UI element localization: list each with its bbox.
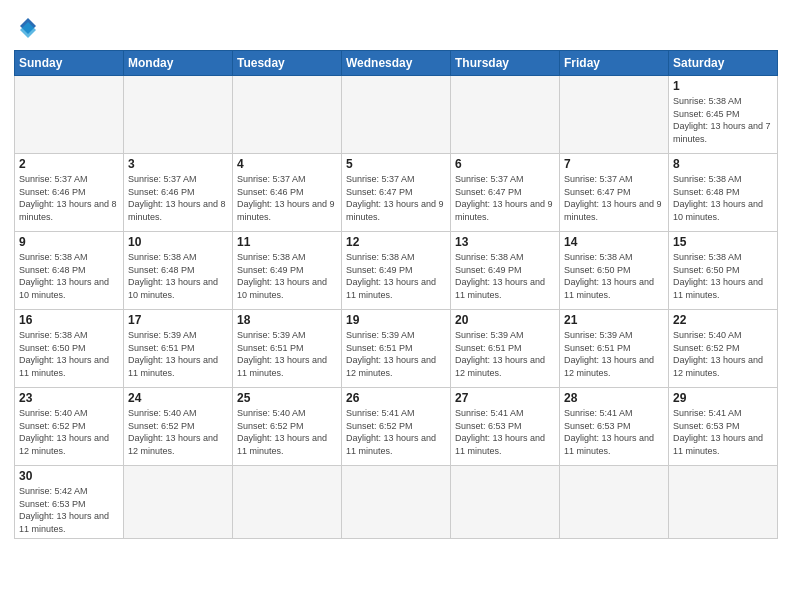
day-info: Sunrise: 5:38 AM Sunset: 6:48 PM Dayligh… [128,251,228,301]
calendar-cell: 3Sunrise: 5:37 AM Sunset: 6:46 PM Daylig… [124,154,233,232]
calendar-table: SundayMondayTuesdayWednesdayThursdayFrid… [14,50,778,539]
weekday-wednesday: Wednesday [342,51,451,76]
day-number: 5 [346,157,446,171]
calendar-cell: 18Sunrise: 5:39 AM Sunset: 6:51 PM Dayli… [233,310,342,388]
calendar-cell [233,466,342,539]
day-info: Sunrise: 5:38 AM Sunset: 6:49 PM Dayligh… [237,251,337,301]
day-info: Sunrise: 5:39 AM Sunset: 6:51 PM Dayligh… [455,329,555,379]
day-info: Sunrise: 5:38 AM Sunset: 6:45 PM Dayligh… [673,95,773,145]
calendar-cell: 29Sunrise: 5:41 AM Sunset: 6:53 PM Dayli… [669,388,778,466]
weekday-tuesday: Tuesday [233,51,342,76]
calendar-cell: 22Sunrise: 5:40 AM Sunset: 6:52 PM Dayli… [669,310,778,388]
day-info: Sunrise: 5:38 AM Sunset: 6:48 PM Dayligh… [19,251,119,301]
day-info: Sunrise: 5:39 AM Sunset: 6:51 PM Dayligh… [237,329,337,379]
calendar-cell: 2Sunrise: 5:37 AM Sunset: 6:46 PM Daylig… [15,154,124,232]
day-number: 4 [237,157,337,171]
day-info: Sunrise: 5:37 AM Sunset: 6:46 PM Dayligh… [237,173,337,223]
calendar-cell [15,76,124,154]
page: SundayMondayTuesdayWednesdayThursdayFrid… [0,0,792,553]
day-number: 13 [455,235,555,249]
day-number: 2 [19,157,119,171]
calendar-cell: 15Sunrise: 5:38 AM Sunset: 6:50 PM Dayli… [669,232,778,310]
calendar-cell: 7Sunrise: 5:37 AM Sunset: 6:47 PM Daylig… [560,154,669,232]
day-info: Sunrise: 5:42 AM Sunset: 6:53 PM Dayligh… [19,485,119,535]
calendar-cell [124,466,233,539]
logo-icon [14,16,42,44]
calendar-cell: 23Sunrise: 5:40 AM Sunset: 6:52 PM Dayli… [15,388,124,466]
day-info: Sunrise: 5:39 AM Sunset: 6:51 PM Dayligh… [564,329,664,379]
calendar-cell: 11Sunrise: 5:38 AM Sunset: 6:49 PM Dayli… [233,232,342,310]
calendar-cell: 24Sunrise: 5:40 AM Sunset: 6:52 PM Dayli… [124,388,233,466]
day-number: 3 [128,157,228,171]
calendar-cell: 19Sunrise: 5:39 AM Sunset: 6:51 PM Dayli… [342,310,451,388]
calendar-cell: 4Sunrise: 5:37 AM Sunset: 6:46 PM Daylig… [233,154,342,232]
day-number: 1 [673,79,773,93]
day-info: Sunrise: 5:40 AM Sunset: 6:52 PM Dayligh… [19,407,119,457]
day-number: 16 [19,313,119,327]
day-info: Sunrise: 5:38 AM Sunset: 6:48 PM Dayligh… [673,173,773,223]
calendar-cell: 27Sunrise: 5:41 AM Sunset: 6:53 PM Dayli… [451,388,560,466]
day-info: Sunrise: 5:38 AM Sunset: 6:49 PM Dayligh… [455,251,555,301]
day-info: Sunrise: 5:38 AM Sunset: 6:50 PM Dayligh… [19,329,119,379]
calendar-cell [342,76,451,154]
calendar-cell: 20Sunrise: 5:39 AM Sunset: 6:51 PM Dayli… [451,310,560,388]
weekday-thursday: Thursday [451,51,560,76]
day-info: Sunrise: 5:41 AM Sunset: 6:53 PM Dayligh… [673,407,773,457]
day-info: Sunrise: 5:37 AM Sunset: 6:47 PM Dayligh… [455,173,555,223]
calendar-cell: 25Sunrise: 5:40 AM Sunset: 6:52 PM Dayli… [233,388,342,466]
day-number: 19 [346,313,446,327]
day-info: Sunrise: 5:39 AM Sunset: 6:51 PM Dayligh… [128,329,228,379]
day-number: 11 [237,235,337,249]
calendar-cell: 5Sunrise: 5:37 AM Sunset: 6:47 PM Daylig… [342,154,451,232]
calendar-cell: 9Sunrise: 5:38 AM Sunset: 6:48 PM Daylig… [15,232,124,310]
calendar-cell: 17Sunrise: 5:39 AM Sunset: 6:51 PM Dayli… [124,310,233,388]
day-info: Sunrise: 5:37 AM Sunset: 6:47 PM Dayligh… [564,173,664,223]
day-info: Sunrise: 5:39 AM Sunset: 6:51 PM Dayligh… [346,329,446,379]
calendar-cell: 10Sunrise: 5:38 AM Sunset: 6:48 PM Dayli… [124,232,233,310]
day-number: 20 [455,313,555,327]
day-info: Sunrise: 5:41 AM Sunset: 6:53 PM Dayligh… [455,407,555,457]
day-info: Sunrise: 5:38 AM Sunset: 6:50 PM Dayligh… [673,251,773,301]
day-number: 26 [346,391,446,405]
week-row-2: 2Sunrise: 5:37 AM Sunset: 6:46 PM Daylig… [15,154,778,232]
day-number: 7 [564,157,664,171]
day-number: 10 [128,235,228,249]
day-number: 6 [455,157,555,171]
day-number: 17 [128,313,228,327]
weekday-sunday: Sunday [15,51,124,76]
calendar-cell [342,466,451,539]
week-row-3: 9Sunrise: 5:38 AM Sunset: 6:48 PM Daylig… [15,232,778,310]
weekday-saturday: Saturday [669,51,778,76]
calendar-cell [451,466,560,539]
calendar-cell [451,76,560,154]
week-row-4: 16Sunrise: 5:38 AM Sunset: 6:50 PM Dayli… [15,310,778,388]
calendar-cell: 28Sunrise: 5:41 AM Sunset: 6:53 PM Dayli… [560,388,669,466]
calendar-cell [669,466,778,539]
week-row-1: 1Sunrise: 5:38 AM Sunset: 6:45 PM Daylig… [15,76,778,154]
calendar-cell: 13Sunrise: 5:38 AM Sunset: 6:49 PM Dayli… [451,232,560,310]
day-number: 27 [455,391,555,405]
day-number: 22 [673,313,773,327]
day-info: Sunrise: 5:41 AM Sunset: 6:52 PM Dayligh… [346,407,446,457]
day-info: Sunrise: 5:40 AM Sunset: 6:52 PM Dayligh… [673,329,773,379]
calendar-cell: 26Sunrise: 5:41 AM Sunset: 6:52 PM Dayli… [342,388,451,466]
day-number: 25 [237,391,337,405]
week-row-6: 30Sunrise: 5:42 AM Sunset: 6:53 PM Dayli… [15,466,778,539]
calendar-cell [124,76,233,154]
day-info: Sunrise: 5:37 AM Sunset: 6:46 PM Dayligh… [128,173,228,223]
day-number: 23 [19,391,119,405]
calendar-cell: 21Sunrise: 5:39 AM Sunset: 6:51 PM Dayli… [560,310,669,388]
week-row-5: 23Sunrise: 5:40 AM Sunset: 6:52 PM Dayli… [15,388,778,466]
day-info: Sunrise: 5:41 AM Sunset: 6:53 PM Dayligh… [564,407,664,457]
day-info: Sunrise: 5:38 AM Sunset: 6:49 PM Dayligh… [346,251,446,301]
day-number: 24 [128,391,228,405]
weekday-monday: Monday [124,51,233,76]
calendar-cell: 6Sunrise: 5:37 AM Sunset: 6:47 PM Daylig… [451,154,560,232]
day-number: 29 [673,391,773,405]
calendar-cell: 16Sunrise: 5:38 AM Sunset: 6:50 PM Dayli… [15,310,124,388]
logo [14,14,46,44]
header [14,10,778,44]
weekday-friday: Friday [560,51,669,76]
day-info: Sunrise: 5:40 AM Sunset: 6:52 PM Dayligh… [128,407,228,457]
day-number: 30 [19,469,119,483]
